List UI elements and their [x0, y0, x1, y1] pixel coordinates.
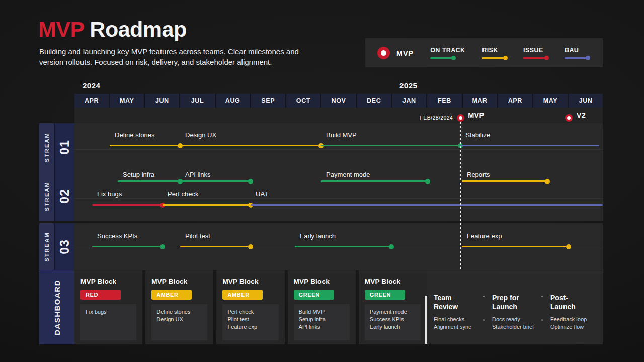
stream-row-03: Success KPIsPilot testEarly launchFeatur…: [74, 223, 603, 270]
task-label: Stabilize: [465, 131, 490, 139]
legend-mvp-label: MVP: [396, 49, 413, 57]
task-label: Feature exp: [467, 232, 502, 240]
summary-section: Team ReviewFinal checksAlignment sync: [434, 294, 473, 331]
legend-panel: MVP ON TRACKRISKISSUEBAU: [365, 38, 603, 67]
summary-item: Stakeholder brief: [492, 323, 534, 331]
task-label: UAT: [256, 190, 268, 198]
task-end-dot: [425, 179, 430, 184]
card-item: Pilot test: [227, 316, 273, 323]
task-line: [110, 145, 180, 146]
month-row: APRMAYJUNJULAUGSEPOCTNOVDECJANFEBMARAPRM…: [74, 94, 603, 108]
legend-dot-issue: [544, 56, 549, 60]
status-badge: AMBER: [222, 290, 263, 300]
task-line: [163, 204, 251, 206]
dashboard-label-text: DASHBOARD: [53, 280, 61, 335]
month-cell: JUL: [180, 94, 215, 108]
card-item: Success KPIs: [370, 316, 416, 323]
card-title: MVP Block: [365, 278, 421, 285]
dashboard-summary-panel: Team ReviewFinal checksAlignment syncPre…: [427, 270, 603, 344]
task-label: Design UX: [185, 131, 216, 139]
task-line: [180, 180, 251, 182]
mvp-milestone-icon: [377, 47, 390, 59]
task-label: Perf check: [168, 190, 198, 198]
card-title: MVP Block: [80, 278, 136, 285]
card-title: MVP Block: [151, 278, 207, 285]
month-cell: OCT: [286, 94, 321, 108]
task-end-dot: [566, 244, 571, 249]
legend-dot-risk: [503, 56, 508, 60]
milestone-strip: [74, 108, 603, 123]
legend-item-issue: ISSUE: [523, 47, 547, 59]
stream-label-02: STREAM02: [39, 171, 74, 221]
summary-section: Prep for LaunchDocs readyStakeholder bri…: [492, 294, 534, 331]
stream-word: STREAM: [39, 223, 55, 270]
task-line: [118, 180, 180, 182]
month-cell: AUG: [216, 94, 251, 108]
mvp-block-card: MVP BlockGREENPayment modeSuccess KPIsEa…: [359, 270, 427, 344]
legend-item-label: ISSUE: [523, 47, 547, 54]
month-cell: JUN: [569, 94, 603, 108]
stream-row-02: Setup infraAPI linksPayment modeReportsF…: [74, 171, 603, 221]
card-item-list: Define storiesDesign UX: [151, 304, 207, 340]
task-label: Payment mode: [326, 171, 370, 178]
mvp-milestone-icon-center: [381, 50, 386, 56]
task-line: [92, 246, 163, 247]
milestone-dashed-line: [460, 122, 461, 270]
title-rest: Roadmap: [90, 17, 186, 41]
task-label: Reports: [467, 171, 490, 178]
month-cell: MAY: [533, 94, 569, 108]
month-cell: NOV: [321, 94, 357, 108]
summary-section-title: Prep for Launch: [492, 294, 531, 311]
month-cell: APR: [498, 94, 533, 108]
summary-item: Feedback loop: [550, 316, 590, 323]
task-line: [295, 246, 392, 247]
subtitle: Building and launching key MVP features …: [39, 46, 324, 68]
legend-dot-on_track: [451, 56, 456, 60]
milestone-dot-center: [567, 116, 571, 120]
card-item: Feature exp: [227, 323, 273, 331]
legend-item-label: RISK: [482, 47, 506, 54]
month-cell: JUN: [145, 94, 180, 108]
summary-section-items: Docs readyStakeholder brief: [492, 316, 534, 331]
summary-item: Final checks: [434, 316, 473, 323]
task-label: Build MVP: [326, 131, 357, 139]
stream-word-text: STREAM: [44, 132, 50, 162]
task-label: API links: [185, 171, 211, 178]
task-label: Fix bugs: [97, 190, 122, 198]
card-title: MVP Block: [222, 278, 278, 285]
legend-item-label: ON TRACK: [430, 47, 465, 54]
stream-row-01: Define storiesDesign UXBuild MVPStabiliz…: [74, 123, 603, 171]
legend-line-bau: [565, 57, 589, 59]
card-item: Design UX: [156, 316, 202, 323]
task-line: [462, 180, 547, 182]
card-item: Early launch: [370, 323, 416, 331]
stream-word-text: STREAM: [44, 232, 50, 262]
legend-line-on_track: [430, 57, 454, 59]
task-line: [462, 246, 569, 247]
month-cell: DEC: [357, 94, 392, 108]
dashboard-label: DASHBOARD: [39, 270, 74, 344]
year-label: 2025: [399, 81, 417, 90]
status-badge: AMBER: [151, 290, 192, 300]
mvp-block-card: MVP BlockAMBERPerf checkPilot testFeatur…: [216, 270, 284, 344]
mvp-block-card: MVP BlockREDFix bugs: [74, 270, 142, 344]
row-gridline: [74, 149, 603, 150]
legend-line-issue: [523, 57, 547, 59]
task-line: [321, 180, 428, 182]
legend-item-on_track: ON TRACK: [430, 47, 465, 59]
card-item-list: Fix bugs: [80, 304, 136, 340]
summary-section-items: Feedback loopOptimize flow: [550, 316, 590, 331]
title-accent: MVP: [38, 17, 84, 41]
card-item: API links: [299, 323, 345, 331]
task-end-dot: [248, 179, 253, 184]
separator-dot: [483, 319, 485, 321]
month-cell: JAN: [392, 94, 427, 108]
task-label: Success KPIs: [97, 232, 137, 240]
card-item-list: Payment modeSuccess KPIsEarly launch: [365, 304, 421, 340]
month-cell: MAY: [110, 94, 145, 108]
summary-item: Docs ready: [492, 316, 534, 323]
stream-word-text: STREAM: [44, 181, 50, 211]
task-end-dot: [389, 244, 394, 249]
task-line: [180, 246, 251, 247]
year-label: 2024: [83, 81, 100, 90]
